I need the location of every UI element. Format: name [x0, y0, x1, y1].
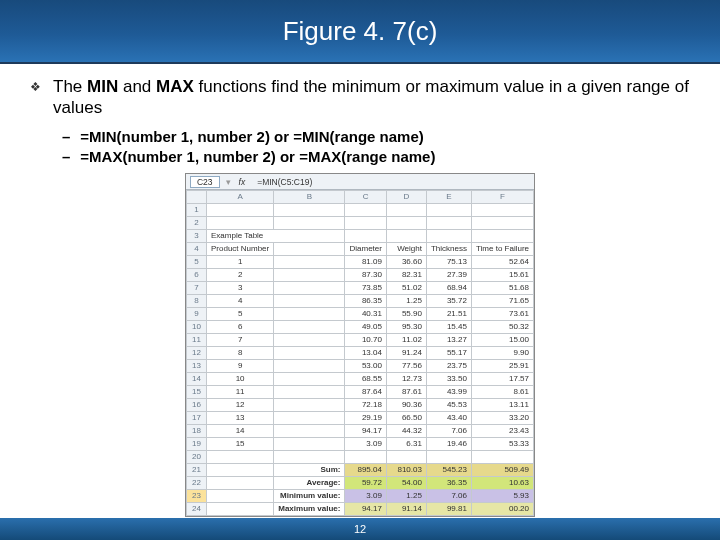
slide-body: ❖ The MIN and MAX functions find the min… [0, 64, 720, 517]
bullet-main: ❖ The MIN and MAX functions find the min… [30, 76, 690, 119]
formula-text: =MIN(C5:C19) [253, 177, 312, 187]
bullet-icon: ❖ [30, 80, 41, 95]
name-box: C23 [190, 176, 220, 188]
sheet-table: ABCDEF123Example Table4Product NumberDia… [186, 190, 534, 516]
formula-bar: C23 ▾ fx =MIN(C5:C19) [186, 174, 534, 190]
slide-title: Figure 4. 7(c) [0, 0, 720, 64]
spreadsheet-screenshot: C23 ▾ fx =MIN(C5:C19) ABCDEF123Example T… [185, 173, 535, 517]
sub-bullet-2: –=MAX(number 1, number 2) or =MAX(range … [62, 147, 690, 167]
footer-bar: 12 [0, 518, 720, 540]
sub-bullet-1: –=MIN(number 1, number 2) or =MIN(range … [62, 127, 690, 147]
bullet-text: The MIN and MAX functions find the minim… [53, 76, 690, 119]
fx-icon: fx [237, 177, 248, 187]
slide-number: 12 [354, 523, 366, 535]
